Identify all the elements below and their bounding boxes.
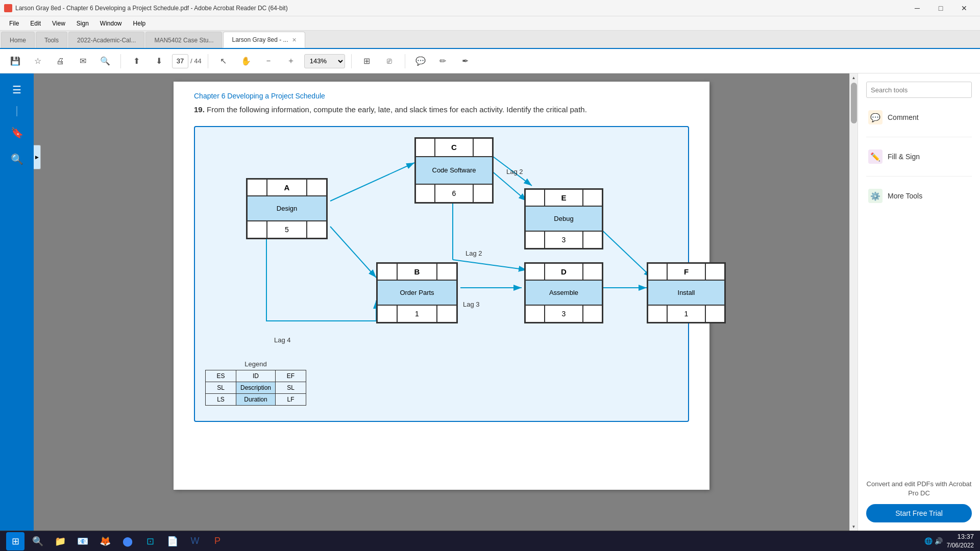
lag2-mid-label: Lag 2 <box>465 249 482 257</box>
panel-spacer <box>866 215 972 471</box>
fit-button[interactable]: ⊞ <box>358 52 376 70</box>
more-tools-label: More Tools <box>888 192 922 200</box>
tab-larson[interactable]: Larson Gray 8ed - ... × <box>223 32 305 48</box>
tab-home[interactable]: Home <box>1 32 35 48</box>
draw-tool[interactable]: ✒ <box>456 52 475 70</box>
node-F-id: F <box>667 263 706 280</box>
panel-bottom: Convert and edit PDFs with Acrobat Pro D… <box>866 480 972 522</box>
highlight-tool[interactable]: ✏ <box>434 52 452 70</box>
lag2-top-label: Lag 2 <box>506 168 523 176</box>
taskbar-chrome[interactable]: ⬤ <box>118 532 137 550</box>
tab-man5402[interactable]: MAN5402 Case Stu... <box>145 32 222 48</box>
node-C-sl-right <box>473 184 493 203</box>
menu-window[interactable]: Window <box>95 18 127 29</box>
zoom-in-button[interactable]: ＋ <box>282 52 300 70</box>
tab-close-icon[interactable]: × <box>292 36 297 44</box>
window-controls: ─ □ ✕ <box>905 0 976 16</box>
menu-view[interactable]: View <box>47 18 70 29</box>
taskbar-powerpoint[interactable]: P <box>208 532 227 550</box>
zoom-select[interactable]: 143% 100% 75% 50% 200% <box>304 54 345 68</box>
taskbar-windows-media[interactable]: ⊡ <box>141 532 159 550</box>
node-D-duration: 3 <box>545 305 583 322</box>
find-button[interactable]: 🔍 <box>96 52 114 70</box>
prev-page-button[interactable]: ⬆ <box>127 52 145 70</box>
restore-button[interactable]: □ <box>929 0 952 16</box>
legend-id: ID <box>236 370 276 382</box>
node-E-label: Debug <box>525 206 602 232</box>
rotate-button[interactable]: ⎚ <box>380 52 399 70</box>
page-number-input[interactable] <box>172 54 188 68</box>
comment-tool-btn[interactable]: 💬 Comment <box>866 106 972 129</box>
fill-sign-tool-btn[interactable]: ✏️ Fill & Sign <box>866 145 972 168</box>
node-D-sl-left <box>525 305 545 322</box>
diagram-area: A Design 5 C Code Software 6 <box>194 126 689 422</box>
email-button[interactable]: ✉ <box>74 52 92 70</box>
taskbar-acrobat[interactable]: 📄 <box>163 532 182 550</box>
svg-line-2 <box>330 227 376 278</box>
pdf-scrollbar[interactable]: ▲ ▼ <box>849 73 857 531</box>
print-button[interactable]: 🖨 <box>51 52 69 70</box>
more-tools-btn[interactable]: ⚙️ More Tools <box>866 185 972 207</box>
sidebar-nav-2[interactable]: 🔖 <box>5 120 29 145</box>
pdf-area[interactable]: Chapter 6 Developing a Project Schedule … <box>34 73 849 531</box>
save-button[interactable]: 💾 <box>6 52 24 70</box>
node-F-duration: 1 <box>667 305 706 322</box>
menu-help[interactable]: Help <box>128 18 151 29</box>
taskbar-search[interactable]: 🔍 <box>29 532 47 550</box>
sidebar-expand-handle[interactable]: ▶ <box>34 145 41 169</box>
pdf-page: Chapter 6 Developing a Project Schedule … <box>174 82 709 490</box>
fill-sign-icon: ✏️ <box>868 149 883 164</box>
scroll-track[interactable] <box>850 82 857 522</box>
sidebar-nav-3[interactable]: 🔍 <box>5 147 29 171</box>
bookmark-button[interactable]: ☆ <box>29 52 47 70</box>
taskbar-file-explorer[interactable]: 📁 <box>51 532 69 550</box>
node-F-label: Install <box>648 280 725 306</box>
system-tray-icons: 🌐 🔊 <box>924 537 943 545</box>
fill-sign-label: Fill & Sign <box>888 153 920 161</box>
comment-tool[interactable]: 💬 <box>411 52 430 70</box>
sidebar-nav-1[interactable]: ☰ <box>5 78 29 102</box>
node-D-ef <box>583 263 602 280</box>
hand-tool[interactable]: ✋ <box>237 52 255 70</box>
node-A: A Design 5 <box>246 178 328 239</box>
window-title: Larson Gray 8ed - Chapter 6 Developing a… <box>15 5 288 12</box>
zoom-out-button[interactable]: － <box>259 52 278 70</box>
menu-file[interactable]: File <box>4 18 24 29</box>
taskbar-right: 🌐 🔊 13:37 7/06/2022 <box>924 532 974 550</box>
start-trial-button[interactable]: Start Free Trial <box>866 504 972 522</box>
node-C-es <box>415 138 435 157</box>
tab-academic[interactable]: 2022-Academic-Cal... <box>68 32 144 48</box>
cursor-tool[interactable]: ↖ <box>214 52 233 70</box>
menu-edit[interactable]: Edit <box>25 18 46 29</box>
next-page-button[interactable]: ⬇ <box>150 52 168 70</box>
legend-title: Legend <box>205 360 306 368</box>
node-E: E Debug 3 <box>524 188 603 249</box>
search-tools-input[interactable] <box>866 82 972 98</box>
taskbar-word[interactable]: W <box>186 532 204 550</box>
tab-tools[interactable]: Tools <box>36 32 67 48</box>
node-E-duration: 3 <box>545 231 583 248</box>
taskbar-outlook[interactable]: 📧 <box>74 532 92 550</box>
node-B-es <box>377 263 397 280</box>
scroll-down-button[interactable]: ▼ <box>850 522 858 531</box>
menu-sign[interactable]: Sign <box>71 18 94 29</box>
start-button[interactable]: ⊞ <box>6 532 24 550</box>
toolbar: 💾 ☆ 🖨 ✉ 🔍 ⬆ ⬇ / 44 ↖ ✋ － ＋ 143% 100% 75%… <box>0 49 980 73</box>
legend-ls: LS <box>206 393 236 405</box>
legend-description: Description <box>236 382 276 393</box>
node-B-sl-left <box>377 305 397 322</box>
scroll-thumb[interactable] <box>851 83 857 123</box>
panel-divider-2 <box>866 176 972 177</box>
node-F-sl-right <box>705 305 725 322</box>
taskbar-firefox[interactable]: 🦊 <box>96 532 114 550</box>
node-B-duration: 1 <box>397 305 437 322</box>
minimize-button[interactable]: ─ <box>905 0 929 16</box>
close-button[interactable]: ✕ <box>952 0 976 16</box>
scroll-up-button[interactable]: ▲ <box>850 73 858 82</box>
legend: Legend ES ID EF SL Description SL <box>205 360 306 406</box>
node-D-sl-right <box>583 305 602 322</box>
page-header-text: Chapter 6 Developing a Project Schedule <box>194 92 689 100</box>
node-F: F Install 1 <box>647 262 726 323</box>
legend-row-2: SL Description SL <box>206 382 306 393</box>
legend-sl1: SL <box>206 382 236 393</box>
